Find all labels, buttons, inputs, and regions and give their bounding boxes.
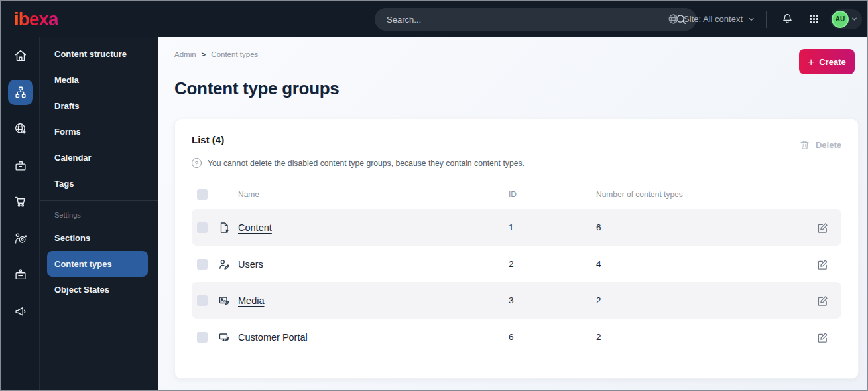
- users-icon: [218, 258, 238, 270]
- group-name-link[interactable]: Content: [238, 222, 509, 233]
- list-title: List (4): [192, 134, 224, 145]
- bell-icon: [780, 12, 794, 26]
- rail-item-commerce[interactable]: [1, 183, 40, 220]
- group-id: 2: [509, 259, 596, 269]
- sidebar-item-sections[interactable]: Sections: [40, 225, 158, 251]
- breadcrumb-separator: >: [202, 50, 206, 58]
- create-button[interactable]: + Create: [799, 49, 855, 74]
- megaphone-icon: [8, 299, 33, 324]
- rail-item-site[interactable]: [1, 110, 40, 147]
- site-context-selector[interactable]: Site: All context: [668, 13, 755, 25]
- table-row: Users 2 4: [192, 246, 841, 282]
- edit-button[interactable]: [816, 331, 843, 343]
- edit-button[interactable]: [816, 222, 843, 234]
- delete-button[interactable]: Delete: [799, 139, 841, 151]
- content-type-groups-card: List (4) Delete ? You cannot delete the …: [174, 119, 859, 379]
- notifications-button[interactable]: [777, 9, 797, 29]
- site-context-label: Site: All context: [684, 14, 743, 24]
- page-title: Content type groups: [174, 78, 340, 99]
- personalization-target-icon: [8, 226, 33, 251]
- breadcrumb: Admin > Content types: [174, 50, 258, 58]
- group-id: 6: [509, 332, 596, 342]
- rail-item-personalization[interactable]: [1, 220, 40, 256]
- grid-icon: [808, 13, 820, 25]
- trash-icon: [799, 139, 810, 151]
- avatar: AU: [832, 11, 849, 28]
- edit-button[interactable]: [816, 258, 843, 270]
- table-row: Media 3 2: [192, 282, 841, 319]
- group-count: 4: [596, 259, 816, 269]
- sidebar-item-object-states[interactable]: Object States: [40, 277, 158, 303]
- group-count: 2: [596, 332, 816, 342]
- home-icon: [8, 43, 33, 68]
- products-icon: [8, 153, 33, 178]
- plus-icon: +: [808, 56, 814, 68]
- row-checkbox[interactable]: [197, 222, 208, 233]
- rail-item-products[interactable]: [1, 147, 40, 183]
- group-name-link[interactable]: Media: [238, 295, 509, 306]
- sidebar-section-label: Settings: [40, 205, 158, 225]
- topbar-divider: [766, 11, 767, 28]
- breadcrumb-current: Content types: [211, 50, 258, 58]
- media-image-icon: [218, 295, 238, 307]
- sidebar: Content structure Media Drafts Forms Cal…: [40, 37, 158, 390]
- global-search[interactable]: [375, 8, 696, 31]
- row-checkbox[interactable]: [197, 332, 208, 343]
- sidebar-item-calendar[interactable]: Calendar: [40, 145, 158, 171]
- row-checkbox[interactable]: [197, 259, 208, 270]
- app-switcher-button[interactable]: [804, 9, 824, 29]
- sidebar-item-drafts[interactable]: Drafts: [40, 93, 158, 119]
- row-checkbox[interactable]: [197, 295, 208, 306]
- help-icon: ?: [192, 158, 202, 168]
- app-window: ibexa Site: All context: [0, 0, 868, 391]
- table-row: Customer Portal 6 2: [192, 319, 841, 355]
- table-header: Name ID Number of content types: [192, 180, 841, 209]
- rail-item-corporate[interactable]: [1, 256, 40, 293]
- top-bar: ibexa Site: All context: [1, 1, 867, 37]
- group-count: 6: [596, 222, 816, 232]
- main-content: Admin > Content types + Create Content t…: [158, 37, 867, 390]
- group-name-link[interactable]: Customer Portal: [238, 332, 509, 343]
- chevron-down-icon: [851, 15, 858, 23]
- rail-item-marketing[interactable]: [1, 293, 40, 329]
- user-menu[interactable]: AU: [830, 9, 862, 29]
- rail-item-content[interactable]: [1, 74, 40, 110]
- rail-item-dashboard[interactable]: [1, 37, 40, 74]
- sidebar-item-media[interactable]: Media: [40, 67, 158, 93]
- select-all-checkbox[interactable]: [197, 189, 208, 200]
- sidebar-item-content-types[interactable]: Content types: [47, 251, 148, 277]
- breadcrumb-admin-link[interactable]: Admin: [174, 50, 196, 58]
- card-header: List (4) Delete: [192, 134, 841, 151]
- create-button-label: Create: [819, 57, 845, 67]
- group-id: 1: [509, 222, 596, 232]
- column-header-count: Number of content types: [596, 190, 816, 199]
- chevron-down-icon: [747, 15, 755, 23]
- sidebar-item-content-structure[interactable]: Content structure: [40, 41, 158, 67]
- search-input[interactable]: [387, 15, 675, 25]
- icon-rail: [1, 37, 40, 390]
- delete-button-label: Delete: [816, 140, 841, 150]
- table-row: Content 1 6: [192, 209, 841, 246]
- column-header-name: Name: [238, 190, 509, 199]
- content-structure-icon: [8, 80, 33, 105]
- group-id: 3: [509, 295, 596, 305]
- group-name-link[interactable]: Users: [238, 259, 509, 270]
- sidebar-divider: [40, 200, 158, 201]
- info-line: ? You cannot delete the disabled content…: [192, 158, 841, 168]
- sidebar-item-tags[interactable]: Tags: [40, 171, 158, 196]
- info-text: You cannot delete the disabled content t…: [208, 159, 525, 168]
- group-count: 2: [596, 295, 816, 305]
- column-header-id: ID: [509, 190, 596, 199]
- shopping-cart-icon: [8, 189, 33, 214]
- customer-portal-monitor-icon: [218, 331, 238, 343]
- content-file-icon: [218, 222, 238, 234]
- ibexa-logo: ibexa: [14, 9, 58, 30]
- sidebar-item-forms[interactable]: Forms: [40, 119, 158, 145]
- globe-icon: [668, 13, 679, 25]
- edit-button[interactable]: [816, 295, 843, 307]
- corporate-badge-icon: [8, 262, 33, 287]
- topbar-right-cluster: Site: All context AU: [668, 1, 862, 37]
- site-globe-icon: [8, 116, 33, 141]
